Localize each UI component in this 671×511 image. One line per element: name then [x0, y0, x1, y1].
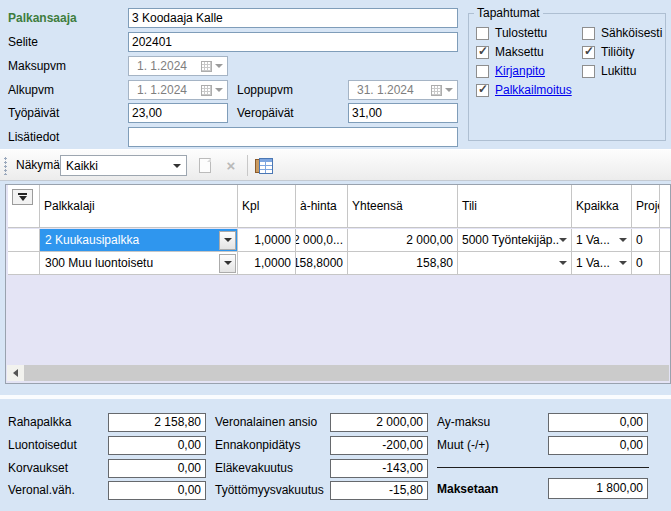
checkbox-box[interactable] [582, 27, 595, 40]
veronal-vah-value[interactable]: 0,00 [108, 481, 206, 500]
grid-header-selector [8, 185, 40, 228]
ennakonpidatys-value[interactable]: -200,00 [330, 436, 428, 455]
delete-x-icon: × [227, 158, 236, 173]
maksetaan-label: Maksetaan [437, 479, 498, 500]
palkansaaja-input[interactable]: 3 Koodaaja Kalle [128, 8, 458, 28]
grid-header-kpaikka[interactable]: Kpaikka [572, 185, 632, 228]
chevron-down-icon [215, 88, 223, 92]
row-selector[interactable] [8, 252, 40, 275]
rahapalkka-value[interactable]: 2 158,80 [108, 413, 206, 432]
checkbox-box[interactable] [476, 65, 489, 78]
loppupvm-value: 31. 1.2024 [357, 83, 431, 97]
scroll-left-icon [13, 369, 18, 377]
alkupvm-datepicker[interactable]: 1. 1.2024 [128, 80, 228, 100]
muut-value[interactable]: 0,00 [548, 436, 648, 455]
veropaivat-input[interactable]: 31,00 [348, 103, 458, 123]
elakevakuutus-value[interactable]: -143,00 [330, 459, 428, 478]
checkbox-palkkailmoitus[interactable]: Palkkailmoitus [476, 83, 572, 98]
payroll-window: Palkansaaja 3 Koodaaja Kalle Selite 2024… [0, 0, 671, 511]
delete-row-button[interactable]: × [219, 154, 243, 177]
chevron-down-icon[interactable] [173, 164, 181, 168]
new-row-button[interactable] [193, 154, 217, 177]
tyottomyysvakuutus-value[interactable]: -15,80 [330, 481, 428, 500]
palkkailmoitus-link[interactable]: Palkkailmoitus [495, 84, 572, 97]
chevron-down-icon[interactable] [619, 238, 627, 242]
checkbox-tilioity[interactable]: Tiliöity [582, 45, 635, 60]
chevron-down-icon[interactable] [559, 238, 567, 242]
palkkalaji-value: 2 Kuukausipalkka [40, 233, 219, 247]
chevron-down-icon [224, 238, 232, 242]
veropaivat-label: Veropäivät [237, 103, 294, 123]
checkbox-tulostettu[interactable]: Tulostettu [476, 26, 547, 41]
tyopaivat-input[interactable]: 23,00 [128, 103, 228, 123]
view-combobox[interactable]: Kaikki [60, 155, 187, 176]
maksupvm-datepicker[interactable]: 1. 1.2024 [128, 56, 228, 76]
selite-input[interactable]: 202401 [128, 32, 458, 52]
ahinta-cell[interactable]: 2 000,0... [296, 229, 348, 252]
grid-header-palkkalaji[interactable]: Palkkalaji [40, 185, 238, 228]
luontoisedut-label: Luontoisedut [8, 436, 77, 455]
loppupvm-datepicker[interactable]: 31. 1.2024 [348, 80, 458, 100]
kpaikka-combo[interactable]: 1 Va... [572, 252, 632, 275]
tili-combo[interactable]: 5000 Työntekijäp... [458, 229, 572, 252]
maksupvm-label: Maksupvm [8, 56, 66, 76]
maksetaan-separator [437, 467, 649, 468]
ahinta-cell[interactable]: 158,8000 [296, 252, 348, 275]
yhteensa-cell[interactable]: 2 000,00 [348, 229, 458, 252]
grid-header-projekti[interactable]: Projekti [632, 185, 660, 228]
grid-toolbar: Näkymä Kaikki × [0, 149, 671, 181]
yhteensa-cell[interactable]: 158,80 [348, 252, 458, 275]
palkansaaja-label: Palkansaaja [8, 8, 77, 28]
checkbox-maksettu[interactable]: Maksettu [476, 45, 544, 60]
filter-button[interactable] [12, 189, 33, 205]
tili-combo[interactable] [458, 252, 572, 275]
ay-maksu-value[interactable]: 0,00 [548, 413, 648, 432]
row-filler [660, 229, 670, 252]
projekti-cell[interactable]: 0 [632, 252, 660, 275]
grid-header-tili[interactable]: Tili [458, 185, 572, 228]
filter-icon [18, 193, 27, 195]
korvaukset-value[interactable]: 0,00 [108, 459, 206, 478]
tapahtumat-title: Tapahtumat [474, 6, 543, 20]
chevron-down-icon[interactable] [619, 261, 627, 265]
dropdown-button[interactable] [219, 254, 236, 273]
tyottomyysvakuutus-label: Työttömyysvakuutus [215, 481, 324, 500]
checkbox-box[interactable] [476, 84, 489, 97]
grid-header-kpl[interactable]: Kpl [238, 185, 296, 228]
checkbox-box[interactable] [582, 46, 595, 59]
account-grid-button[interactable] [252, 154, 276, 177]
checkbox-sahkoisesti[interactable]: Sähköisesti [582, 26, 662, 41]
kpl-cell[interactable]: 1,0000 [238, 229, 296, 252]
veronalainen-ansio-value[interactable]: 2 000,00 [330, 413, 428, 432]
panel-splitter [0, 395, 671, 399]
ay-maksu-label: Ay-maksu [437, 413, 490, 432]
kpaikka-combo[interactable]: 1 Va... [572, 229, 632, 252]
elakevakuutus-label: Eläkevakuutus [215, 459, 293, 478]
checkbox-box[interactable] [476, 27, 489, 40]
selite-label: Selite [8, 32, 38, 52]
checkbox-kirjanpito[interactable]: Kirjanpito [476, 64, 545, 79]
horizontal-scrollbar[interactable] [7, 365, 669, 381]
veronalainen-ansio-label: Veronalainen ansio [215, 413, 317, 432]
palkkalaji-combo[interactable]: 2 Kuukausipalkka [40, 229, 238, 252]
kpl-cell[interactable]: 1,0000 [238, 252, 296, 275]
toolbar-grip[interactable] [4, 157, 7, 175]
maksetaan-value[interactable]: 1 800,00 [548, 478, 648, 499]
checkbox-box[interactable] [582, 65, 595, 78]
tili-value: 5000 Työntekijäp... [462, 233, 559, 247]
lisatiedot-input[interactable] [128, 127, 458, 147]
grid-header-ahinta[interactable]: à-hinta [296, 185, 348, 228]
scroll-left-button[interactable] [7, 365, 24, 381]
row-filler [660, 252, 670, 275]
checkbox-box[interactable] [476, 46, 489, 59]
loppupvm-label: Loppupvm [237, 80, 293, 100]
checkbox-lukittu[interactable]: Lukittu [582, 64, 636, 79]
palkkalaji-combo[interactable]: 300 Muu luontoisetu [40, 252, 238, 275]
chevron-down-icon[interactable] [559, 261, 567, 265]
dropdown-button[interactable] [219, 231, 236, 250]
kirjanpito-link[interactable]: Kirjanpito [495, 65, 545, 78]
grid-header-yhteensa[interactable]: Yhteensä [348, 185, 458, 228]
row-selector[interactable] [8, 229, 40, 252]
projekti-cell[interactable]: 0 [632, 229, 660, 252]
luontoisedut-value[interactable]: 0,00 [108, 436, 206, 455]
